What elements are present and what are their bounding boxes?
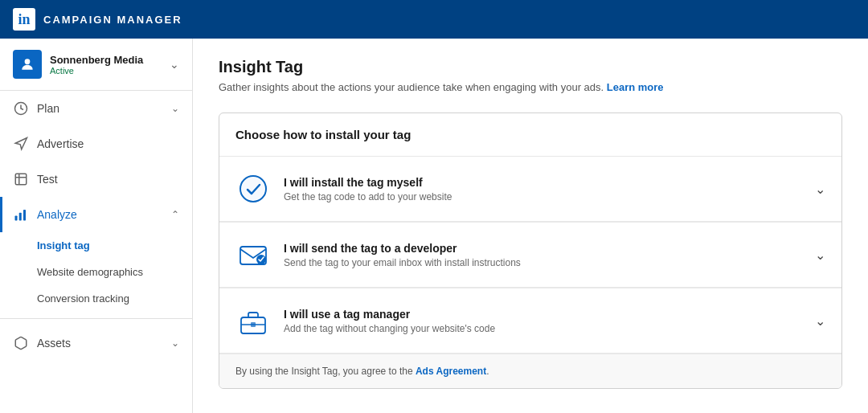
install-myself-chevron-icon: ⌄ xyxy=(815,182,825,197)
advertise-icon xyxy=(13,136,29,152)
install-option-myself-text: I will install the tag myself Get the ta… xyxy=(284,176,815,202)
analyze-label: Analyze xyxy=(37,208,171,221)
account-status: Active xyxy=(50,66,170,76)
account-section[interactable]: Sonnenberg Media Active ⌄ xyxy=(0,39,192,91)
sidebar-item-assets[interactable]: Assets ⌄ xyxy=(0,325,192,361)
assets-chevron-icon: ⌄ xyxy=(171,337,179,349)
sidebar-item-website-demographics[interactable]: Website demographics xyxy=(37,259,192,285)
card-footer: By using the Insight Tag, you agree to t… xyxy=(219,354,841,388)
send-developer-title: I will send the tag to a developer xyxy=(284,242,815,255)
install-myself-title: I will install the tag myself xyxy=(284,176,815,189)
svg-rect-4 xyxy=(23,210,26,221)
sidebar-item-plan[interactable]: Plan ⌄ xyxy=(0,91,192,126)
advertise-label: Advertise xyxy=(37,137,179,150)
sidebar-divider xyxy=(0,318,192,319)
svg-rect-3 xyxy=(19,213,22,221)
page-title: Insight Tag xyxy=(219,58,842,76)
svg-point-6 xyxy=(242,178,264,200)
install-option-developer[interactable]: I will send the tag to a developer Send … xyxy=(219,222,841,288)
learn-more-link[interactable]: Learn more xyxy=(607,81,664,93)
analyze-subnav: Insight tag Website demographics Convers… xyxy=(0,232,192,312)
tag-manager-chevron-icon: ⌄ xyxy=(815,313,825,329)
page-subtitle: Gather insights about the actions your a… xyxy=(219,81,842,93)
sidebar-item-conversion-tracking[interactable]: Conversion tracking xyxy=(37,285,192,312)
account-chevron-icon: ⌄ xyxy=(170,58,179,71)
check-circle-icon xyxy=(235,171,271,206)
test-label: Test xyxy=(37,173,179,186)
assets-label: Assets xyxy=(37,337,171,350)
plan-icon xyxy=(13,100,29,117)
account-avatar xyxy=(13,50,42,79)
content-area: Insight Tag Gather insights about the ac… xyxy=(193,39,868,413)
analyze-chevron-icon: ⌃ xyxy=(171,209,179,220)
install-option-tag-manager[interactable]: I will use a tag manager Add the tag wit… xyxy=(219,288,841,354)
account-name: Sonnenberg Media xyxy=(50,54,170,66)
account-avatar-icon xyxy=(19,56,35,72)
sidebar: Sonnenberg Media Active ⌄ Plan ⌄ xyxy=(0,39,193,413)
app-title: CAMPAIGN MANAGER xyxy=(43,14,182,26)
top-nav: in CAMPAIGN MANAGER xyxy=(0,0,868,39)
assets-icon xyxy=(13,335,29,351)
test-icon xyxy=(13,171,29,187)
send-developer-chevron-icon: ⌄ xyxy=(815,247,825,263)
sidebar-item-advertise[interactable]: Advertise xyxy=(0,126,192,162)
tag-manager-title: I will use a tag manager xyxy=(284,308,815,321)
briefcase-tag-icon xyxy=(235,303,271,338)
tag-manager-desc: Add the tag without changing your websit… xyxy=(284,323,815,334)
svg-point-0 xyxy=(25,59,31,64)
install-option-developer-text: I will send the tag to a developer Send … xyxy=(284,242,815,268)
send-developer-desc: Send the tag to your email inbox with in… xyxy=(284,257,815,268)
sidebar-item-test[interactable]: Test xyxy=(0,162,192,197)
linkedin-logo-icon: in xyxy=(13,8,35,31)
plan-chevron-icon: ⌄ xyxy=(171,103,179,114)
svg-rect-2 xyxy=(15,216,18,221)
install-option-myself[interactable]: I will install the tag myself Get the ta… xyxy=(219,157,841,222)
plan-label: Plan xyxy=(37,102,171,115)
main-layout: Sonnenberg Media Active ⌄ Plan ⌄ xyxy=(0,39,868,413)
account-info: Sonnenberg Media Active xyxy=(50,54,170,76)
analyze-icon xyxy=(13,206,29,223)
logo-container[interactable]: in CAMPAIGN MANAGER xyxy=(13,8,182,31)
install-option-tag-manager-text: I will use a tag manager Add the tag wit… xyxy=(284,308,815,334)
email-tag-icon xyxy=(235,237,271,272)
install-myself-desc: Get the tag code to add to your website xyxy=(284,191,815,202)
svg-rect-11 xyxy=(251,322,256,327)
ads-agreement-link[interactable]: Ads Agreement xyxy=(416,366,486,377)
sidebar-item-analyze[interactable]: Analyze ⌃ xyxy=(0,197,192,232)
install-tag-card: Choose how to install your tag I will in… xyxy=(219,112,842,389)
sidebar-item-insight-tag[interactable]: Insight tag xyxy=(37,232,192,259)
card-header: Choose how to install your tag xyxy=(219,113,841,157)
